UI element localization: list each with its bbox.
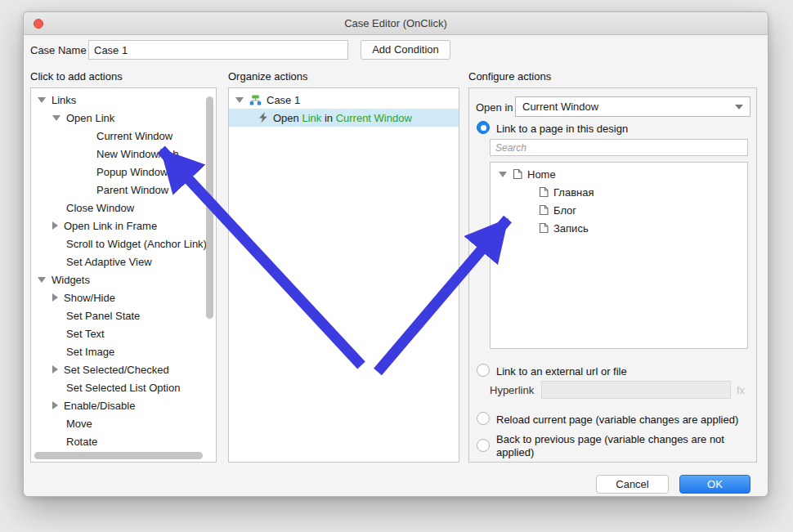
tree-item-label: Move (66, 418, 92, 430)
hyperlink-input[interactable] (541, 381, 731, 399)
page-icon (539, 222, 549, 234)
tree-item[interactable]: Show/Hide (31, 288, 216, 306)
configure-actions-panel: Open in Current Window Link to a page in… (468, 87, 757, 463)
open-in-label: Open in (476, 101, 513, 114)
tree-item[interactable]: Open Link (31, 109, 216, 127)
open-in-dropdown[interactable]: Current Window (515, 96, 750, 117)
tree-item[interactable]: Popup Window (31, 163, 216, 181)
window-title: Case Editor (OnClick) (24, 12, 768, 35)
case-sitemap-icon (249, 95, 262, 105)
page-icon (539, 186, 549, 198)
tree-item[interactable]: Enable/Disable (31, 396, 216, 414)
radio-reload-page[interactable] (477, 412, 490, 425)
radio-external-url-label: Link to an external url or file (496, 365, 627, 378)
action-label: Open Link in Current Window (273, 112, 412, 124)
disclosure-right-icon[interactable] (52, 401, 58, 409)
tree-item-label: Set Panel State (66, 310, 140, 322)
action-label-part: Current Window (336, 112, 412, 124)
tree-item-label: Widgets (52, 274, 90, 286)
tree-item-label: Set Text (66, 328, 105, 340)
search-input[interactable] (490, 139, 748, 156)
tree-item[interactable]: Set Adaptive View (31, 253, 216, 270)
disclosure-down-icon[interactable] (52, 115, 60, 121)
disclosure-down-icon[interactable] (38, 97, 46, 103)
radio-back-page-label: Back to previous page (variable changes … (496, 433, 756, 459)
case-row[interactable]: Case 1 (229, 91, 459, 109)
cancel-button[interactable]: Cancel (596, 475, 669, 494)
tree-item[interactable]: Set Panel State (31, 306, 216, 324)
tree-item[interactable]: Parent Window (31, 181, 216, 199)
tree-item-label: Parent Window (96, 184, 168, 196)
organize-actions-panel: Case 1 Open Link in Current Window (228, 87, 459, 463)
tree-item[interactable]: New Window/Tab (31, 145, 216, 163)
tree-item[interactable]: Current Window (31, 127, 216, 145)
tree-item-label: Open Link in Frame (64, 220, 157, 232)
actions-tree: LinksOpen LinkCurrent WindowNew Window/T… (31, 88, 216, 450)
case-label: Case 1 (267, 94, 300, 106)
tree-item[interactable]: Scroll to Widget (Anchor Link) (31, 235, 216, 253)
tree-item-label: Home (527, 168, 556, 181)
tree-item-label: Scroll to Widget (Anchor Link) (66, 238, 207, 250)
tree-item-label: Главная (553, 186, 594, 199)
page-item[interactable]: Главная (491, 183, 747, 201)
title-bar[interactable]: Case Editor (OnClick) (24, 12, 768, 35)
disclosure-right-icon[interactable] (52, 365, 58, 373)
tree-item-label: Блог (553, 204, 576, 217)
action-label-part: in (321, 112, 335, 124)
tree-item-label: Close Window (66, 202, 134, 214)
tree-item[interactable]: Close Window (31, 199, 216, 217)
radio-back-page[interactable] (477, 439, 490, 452)
horizontal-scrollbar[interactable] (34, 452, 203, 459)
tree-item[interactable]: Set Image (31, 342, 216, 360)
tree-item[interactable]: Rotate (31, 432, 216, 450)
close-icon[interactable] (34, 19, 43, 29)
open-in-value: Current Window (522, 101, 598, 113)
action-label-part: Open (273, 112, 302, 124)
tree-item[interactable]: Open Link in Frame (31, 217, 216, 235)
tree-item[interactable]: Set Text (31, 324, 216, 342)
tree-item-label: Popup Window (96, 166, 168, 178)
add-actions-panel: LinksOpen LinkCurrent WindowNew Window/T… (30, 87, 217, 463)
case-editor-dialog: Case Editor (OnClick) Case Name Add Cond… (23, 11, 768, 497)
fx-button[interactable]: fx (737, 384, 745, 396)
add-condition-button[interactable]: Add Condition (361, 40, 450, 60)
vertical-scrollbar[interactable] (206, 96, 213, 319)
action-row-selected[interactable]: Open Link in Current Window (229, 109, 459, 127)
tree-item-label: Set Selected List Option (66, 382, 180, 394)
tree-item[interactable]: Set Selected/Checked (31, 360, 216, 378)
radio-link-page[interactable] (477, 121, 490, 134)
tree-item-label: Show/Hide (64, 292, 115, 304)
tree-item-label: Current Window (96, 130, 172, 142)
disclosure-down-icon[interactable] (499, 172, 507, 177)
tree-item-label: Rotate (66, 436, 97, 448)
pages-tree: HomeГлавнаяБлогЗапись (490, 162, 748, 349)
page-item[interactable]: Запись (491, 219, 747, 237)
disclosure-down-icon[interactable] (235, 97, 244, 103)
tree-item[interactable]: Widgets (31, 270, 216, 288)
chevron-down-icon (735, 105, 743, 110)
disclosure-right-icon[interactable] (52, 221, 58, 230)
radio-reload-page-label: Reload current page (variable changes ar… (496, 414, 738, 426)
screen: { "window": { "title": "Case Editor (OnC… (0, 0, 793, 532)
ok-button[interactable]: OK (679, 475, 750, 494)
page-item[interactable]: Блог (491, 201, 747, 219)
case-name-label: Case Name (30, 44, 87, 56)
action-label-part: Link (302, 112, 321, 124)
tree-item-label: Open Link (66, 112, 114, 124)
tree-item-label: Запись (553, 222, 589, 235)
hyperlink-label: Hyperlink (490, 384, 534, 396)
case-name-input[interactable] (88, 40, 348, 60)
tree-item-label: Set Adaptive View (66, 256, 152, 268)
tree-item[interactable]: Set Selected List Option (31, 378, 216, 396)
tree-item[interactable]: Move (31, 414, 216, 432)
disclosure-right-icon[interactable] (52, 293, 58, 302)
tree-item[interactable]: Links (31, 91, 216, 109)
disclosure-down-icon[interactable] (38, 277, 46, 283)
radio-external-url[interactable] (477, 364, 490, 377)
page-icon (539, 204, 549, 216)
tree-item-label: Links (52, 94, 76, 106)
tree-item-label: New Window/Tab (96, 148, 178, 160)
radio-link-page-label: Link to a page in this design (496, 123, 628, 135)
page-item[interactable]: Home (491, 165, 747, 183)
tree-item-label: Set Selected/Checked (64, 364, 169, 376)
